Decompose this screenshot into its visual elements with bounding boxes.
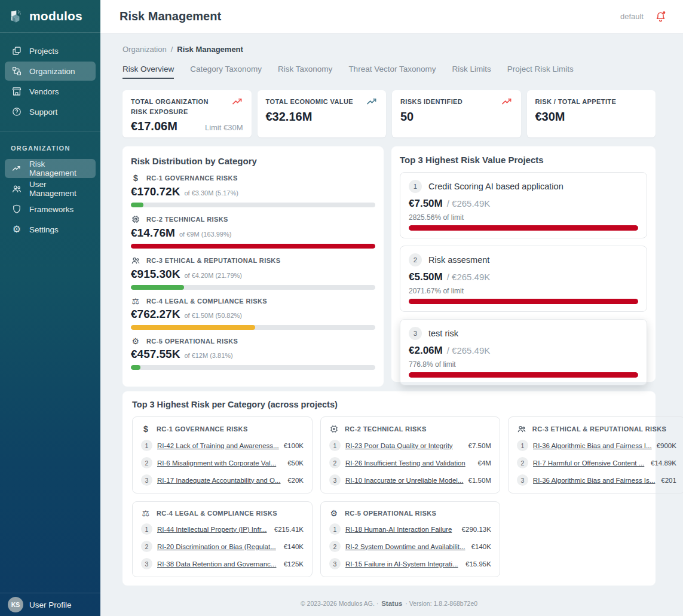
breadcrumb-separator: /: [171, 45, 173, 54]
risk-link[interactable]: RI-18 Human-AI Interaction Failure: [345, 526, 457, 533]
risk-item: 2 RI-20 Discrimination or Bias (Regulat.…: [141, 541, 304, 552]
risk-link[interactable]: RI-15 Failure in AI-System Integrati...: [345, 560, 461, 568]
project-card[interactable]: 3 test risk €2.06M / €265.49K 776.8% of …: [400, 319, 647, 385]
sidebar-section-label: ORGANIZATION: [0, 145, 100, 152]
rank-badge: 3: [409, 327, 422, 340]
user-profile[interactable]: KS User Profile: [0, 593, 100, 616]
sidebar-item-vendors[interactable]: Vendors: [5, 82, 96, 101]
status-link[interactable]: Status: [381, 600, 402, 607]
stat-total-risk-exposure: TOTAL ORGANIZATION RISK EXPOSURE €17.06M…: [122, 90, 252, 137]
risk-link[interactable]: RI-36 Algorithmic Bias and Fairness Is..…: [533, 477, 656, 484]
organization-icon: [11, 66, 22, 76]
progress-track: [131, 365, 375, 370]
notification-dot: [663, 11, 665, 14]
risk-value: €140K: [471, 543, 491, 550]
project-card[interactable]: 2 Risk assesment €5.50M / €265.49K 2071.…: [400, 246, 647, 312]
progress-fill: [131, 285, 184, 290]
environment-label: default: [620, 12, 644, 21]
people-icon: [131, 256, 140, 265]
category-value: €170.72K: [131, 185, 180, 198]
risk-item: 3 RI-17 Inadequate Accountability and O.…: [141, 474, 304, 486]
sidebar-item-label: Projects: [29, 47, 59, 56]
progress-track: [409, 225, 638, 231]
organization-nav: Risk Management User Management Framewor…: [0, 157, 100, 240]
sidebar-item-projects[interactable]: Projects: [5, 41, 96, 60]
risk-link[interactable]: RI-6 Misalignment with Corporate Val...: [157, 459, 283, 467]
tab-risk-limits[interactable]: Risk Limits: [452, 65, 491, 79]
risk-item: 3 RI-10 Inaccurate or Unreliable Model..…: [329, 474, 491, 486]
rank-badge: 2: [141, 541, 152, 552]
risk-value: €15.95K: [465, 560, 491, 568]
risk-link[interactable]: RI-2 System Downtime and Availabilit...: [345, 543, 467, 550]
risk-link[interactable]: RI-44 Intellectual Property (IP) Infr...: [157, 526, 269, 533]
notification-bell-icon[interactable]: [654, 10, 667, 23]
risk-value: €1.50M: [468, 477, 491, 484]
sidebar-item-support[interactable]: Support: [5, 102, 96, 121]
risk-item: 1 RI-18 Human-AI Interaction Failure €29…: [329, 523, 491, 535]
category-name: RC-2 TECHNICAL RISKS: [146, 216, 228, 223]
top-header: Risk Management default: [100, 0, 683, 33]
tab-threat-vector-taxonomy[interactable]: Threat Vector Taxonomy: [348, 65, 436, 79]
sidebar: modulos Projects Organization: [0, 0, 100, 616]
stat-value: €30M: [535, 110, 565, 124]
rank-badge: 1: [141, 523, 152, 535]
project-risk-value: €7.50M: [409, 198, 443, 210]
gear-icon: ⚙: [329, 509, 339, 517]
project-name: test risk: [428, 329, 458, 338]
gear-icon: ⚙: [131, 337, 140, 345]
risk-link[interactable]: RI-7 Harmful or Offensive Content ...: [533, 459, 646, 467]
risk-link[interactable]: RI-26 Insufficient Testing and Validatio…: [345, 459, 473, 467]
rank-badge: 2: [409, 253, 422, 266]
footer: © 2023-2026 Modulos AG. · Status · Versi…: [122, 600, 656, 607]
tab-project-risk-limits[interactable]: Project Risk Limits: [507, 65, 574, 79]
category-name: RC-4 LEGAL & COMPLIANCE RISKS: [157, 510, 277, 517]
card-title: Risk Distribution by Category: [131, 156, 375, 166]
sidebar-item-frameworks[interactable]: Frameworks: [5, 200, 96, 219]
top-projects-card: Top 3 Highest Risk Value Projects 1 Cred…: [391, 146, 656, 382]
risk-link[interactable]: RI-38 Data Retention and Governanc...: [157, 560, 279, 568]
category-name: RC-3 ETHICAL & REPUTATIONAL RISKS: [532, 425, 666, 433]
sidebar-item-label: Settings: [29, 225, 59, 234]
progress-fill: [409, 225, 638, 231]
risk-link[interactable]: RI-10 Inaccurate or Unreliable Model...: [345, 477, 464, 484]
risk-item: 3 RI-15 Failure in AI-System Integrati..…: [329, 558, 491, 569]
sidebar-item-risk-management[interactable]: Risk Management: [5, 159, 96, 178]
sidebar-divider: [0, 131, 100, 131]
category-detail: of €3.30M (5.17%): [184, 189, 238, 197]
stat-value: €17.06M: [131, 119, 177, 133]
progress-track: [131, 203, 375, 207]
breadcrumb-organization[interactable]: Organization: [122, 45, 167, 54]
sidebar-item-label: Support: [29, 108, 57, 117]
rank-badge: 2: [517, 457, 528, 468]
risk-link[interactable]: RI-20 Discrimination or Bias (Regulat...: [157, 543, 279, 550]
risk-item: 1 RI-23 Poor Data Quality or Integrity €…: [329, 440, 491, 451]
trend-up-icon: [366, 97, 378, 106]
stat-total-economic-value: TOTAL ECONOMIC VALUE €32.16M: [258, 90, 387, 137]
risk-link[interactable]: RI-36 Algorithmic Bias and Fairness I...: [533, 442, 652, 449]
tab-category-taxonomy[interactable]: Category Taxonomy: [190, 65, 262, 79]
risk-link[interactable]: RI-42 Lack of Training and Awareness...: [157, 442, 279, 449]
sidebar-spacer: [0, 240, 100, 593]
sidebar-item-organization[interactable]: Organization: [5, 62, 96, 81]
sidebar-item-settings[interactable]: ⚙ Settings: [5, 220, 96, 239]
tab-risk-overview[interactable]: Risk Overview: [122, 65, 174, 79]
project-card[interactable]: 1 Credit Scoring AI based application €7…: [400, 172, 647, 238]
trend-up-icon: [501, 97, 513, 106]
risk-link[interactable]: RI-23 Poor Data Quality or Integrity: [345, 442, 464, 449]
risk-item: 3 RI-36 Algorithmic Bias and Fairness Is…: [517, 474, 676, 486]
rank-badge: 1: [329, 440, 341, 451]
risk-value: €100K: [284, 442, 304, 449]
sidebar-item-user-management[interactable]: User Management: [5, 179, 96, 198]
tab-risk-taxonomy[interactable]: Risk Taxonomy: [278, 65, 332, 79]
risk-link[interactable]: RI-17 Inadequate Accountability and O...: [157, 477, 283, 484]
risk-value: €50K: [287, 459, 304, 467]
category-value: €762.27K: [131, 308, 180, 321]
top-risks-per-category-card: Top 3 Highest Risk per Category (across …: [122, 391, 656, 586]
rank-badge: 3: [141, 558, 152, 569]
stat-label: TOTAL ORGANIZATION RISK EXPOSURE: [131, 97, 220, 117]
progress-fill: [131, 365, 140, 370]
project-percent-of-limit: 776.8% of limit: [409, 360, 638, 369]
logo[interactable]: modulos: [0, 0, 100, 33]
modulos-logo-icon: [8, 8, 24, 24]
avatar: KS: [8, 597, 23, 612]
